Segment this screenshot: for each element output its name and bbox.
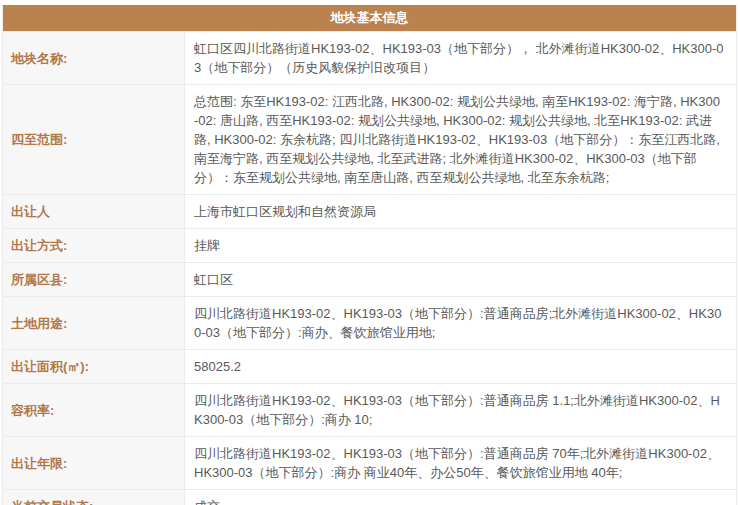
row-value-text: 挂牌 xyxy=(194,236,220,255)
row-label: 所属区县: xyxy=(3,263,185,296)
row-label: 四至范围: xyxy=(3,85,185,194)
row-label: 出让面积(㎡): xyxy=(3,350,185,383)
table-title: 地块基本信息 xyxy=(3,5,736,31)
table-row-transferor: 出让人 上海市虹口区规划和自然资源局 xyxy=(3,194,736,228)
row-label: 出让方式: xyxy=(3,229,185,262)
table-row-transfer-area: 出让面积(㎡): 58025.2 xyxy=(3,349,736,383)
row-value: 挂牌 xyxy=(185,229,736,262)
row-value: 总范围: 东至HK193-02: 江西北路, HK300-02: 规划公共绿地,… xyxy=(185,85,736,194)
row-label: 出让人 xyxy=(3,195,185,228)
row-label: 地块名称: xyxy=(3,32,185,84)
land-info-table: 地块基本信息 地块名称: 虹口区四川北路街道HK193-02、HK193-03（… xyxy=(2,5,737,505)
table-row-district: 所属区县: 虹口区 xyxy=(3,262,736,296)
row-label: 土地用途: xyxy=(3,297,185,349)
row-value: 四川北路街道HK193-02、HK193-03（地下部分）:普通商品房 1.1;… xyxy=(185,384,736,436)
row-value: 虹口区 xyxy=(185,263,736,296)
table-row-boundaries: 四至范围: 总范围: 东至HK193-02: 江西北路, HK300-02: 规… xyxy=(3,84,736,194)
row-value: 成交 xyxy=(185,490,736,505)
row-value-text: 58025.2 xyxy=(194,357,241,376)
table-row-transaction-status: 当前交易状态: 成交 xyxy=(3,489,736,505)
table-row-transfer-term: 出让年限: 四川北路街道HK193-02、HK193-03（地下部分）:普通商品… xyxy=(3,436,736,489)
row-label: 当前交易状态: xyxy=(3,490,185,505)
table-row-transfer-method: 出让方式: 挂牌 xyxy=(3,228,736,262)
row-value: 四川北路街道HK193-02、HK193-03（地下部分）:普通商品房 70年;… xyxy=(185,437,736,489)
row-value-text: 四川北路街道HK193-02、HK193-03（地下部分）:普通商品房 1.1;… xyxy=(194,391,724,429)
row-value-text: 总范围: 东至HK193-02: 江西北路, HK300-02: 规划公共绿地,… xyxy=(194,92,724,187)
row-value-text: 四川北路街道HK193-02、HK193-03（地下部分）:普通商品房 70年;… xyxy=(194,444,724,482)
row-value-text: 虹口区 xyxy=(194,270,233,289)
table-row-land-use: 土地用途: 四川北路街道HK193-02、HK193-03（地下部分）:普通商品… xyxy=(3,296,736,349)
row-label: 容积率: xyxy=(3,384,185,436)
row-value-text: 四川北路街道HK193-02、HK193-03（地下部分）:普通商品房;北外滩街… xyxy=(194,304,724,342)
row-label: 出让年限: xyxy=(3,437,185,489)
row-value: 58025.2 xyxy=(185,350,736,383)
table-row-plot-ratio: 容积率: 四川北路街道HK193-02、HK193-03（地下部分）:普通商品房… xyxy=(3,383,736,436)
row-value-text: 虹口区四川北路街道HK193-02、HK193-03（地下部分）， 北外滩街道H… xyxy=(194,39,724,77)
table-row-parcel-name: 地块名称: 虹口区四川北路街道HK193-02、HK193-03（地下部分）， … xyxy=(3,31,736,84)
row-value-text: 上海市虹口区规划和自然资源局 xyxy=(194,202,376,221)
row-value: 虹口区四川北路街道HK193-02、HK193-03（地下部分）， 北外滩街道H… xyxy=(185,32,736,84)
row-value: 上海市虹口区规划和自然资源局 xyxy=(185,195,736,228)
row-value: 四川北路街道HK193-02、HK193-03（地下部分）:普通商品房;北外滩街… xyxy=(185,297,736,349)
page: 地块基本信息 地块名称: 虹口区四川北路街道HK193-02、HK193-03（… xyxy=(0,0,740,505)
row-value-text: 成交 xyxy=(194,497,220,505)
